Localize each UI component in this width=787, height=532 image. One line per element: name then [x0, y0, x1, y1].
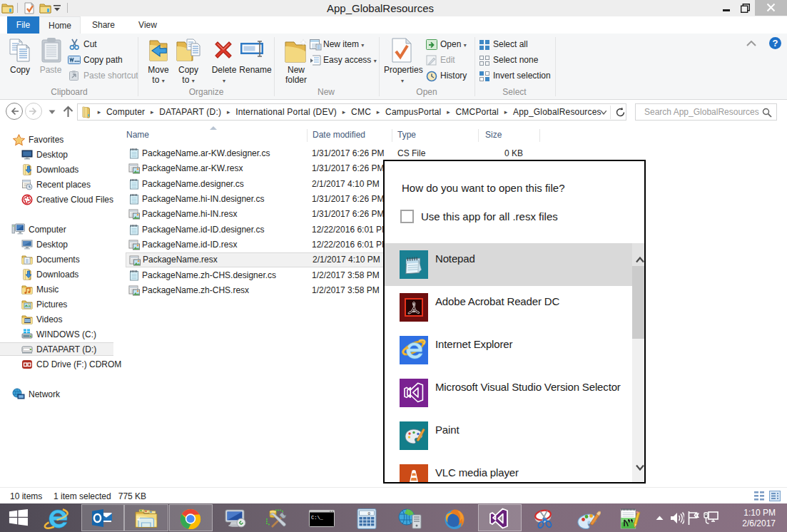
svg-text:C:\_: C:\_ — [311, 515, 324, 521]
svg-text:0: 0 — [367, 511, 370, 516]
